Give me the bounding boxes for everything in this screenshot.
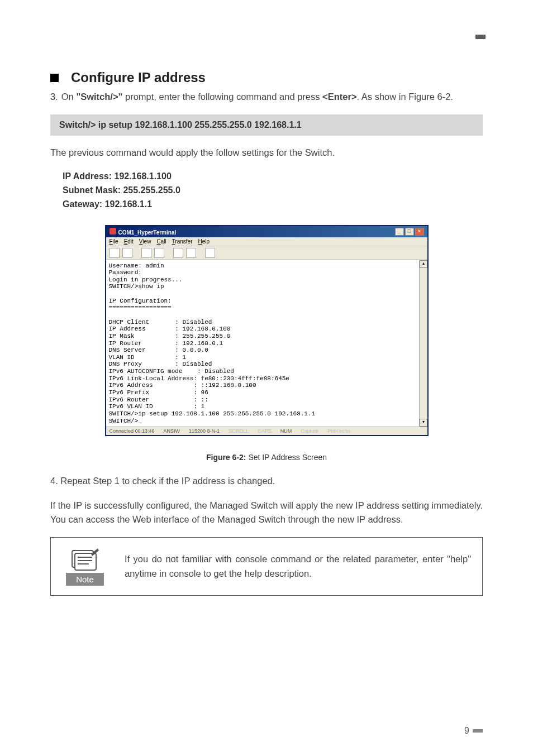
- step-number: 3.: [50, 90, 58, 104]
- toolbar: [106, 246, 427, 260]
- figure-caption-bold: Figure 6-2:: [206, 453, 246, 462]
- svg-rect-1: [75, 553, 96, 570]
- status-baud: 115200 8-N-1: [189, 428, 220, 434]
- toolbar-properties-icon[interactable]: [205, 248, 215, 258]
- toolbar-disconnect-icon[interactable]: [154, 248, 164, 258]
- menu-transfer[interactable]: Transfer: [172, 238, 193, 245]
- window-title: COM1_HyperTerminal: [118, 229, 177, 236]
- setting-gw: Gateway: 192.168.1.1: [63, 198, 483, 212]
- previous-command-text: The previous command would apply the fol…: [50, 146, 483, 160]
- window-titlebar: COM1_HyperTerminal _ □ ×: [106, 226, 427, 237]
- scroll-up-icon[interactable]: ▴: [420, 260, 427, 268]
- hyperterminal-window: COM1_HyperTerminal _ □ × File Edit View …: [105, 225, 429, 437]
- setting-mask: Subnet Mask: 255.255.255.0: [63, 184, 483, 198]
- status-bar: Connected 00:13:46 ANSIW 115200 8-N-1 SC…: [106, 427, 427, 435]
- toolbar-receive-icon[interactable]: [186, 248, 196, 258]
- heading-bullet-icon: [50, 74, 59, 82]
- note-box: Note If you do not familiar with console…: [50, 537, 483, 596]
- heading-text: Configure IP address: [71, 70, 206, 85]
- step3-mid: prompt, enter the following command and …: [122, 92, 322, 102]
- setting-ip: IP Address: 192.168.1.100: [63, 170, 483, 184]
- status-num: NUM: [280, 428, 292, 434]
- status-echo: Print echo: [327, 428, 350, 434]
- close-button[interactable]: ×: [415, 228, 424, 236]
- maximize-button[interactable]: □: [405, 228, 414, 236]
- toolbar-connect-icon[interactable]: [141, 248, 151, 258]
- scroll-down-icon[interactable]: ▾: [420, 419, 427, 427]
- menu-bar: File Edit View Call Transfer Help: [106, 237, 427, 246]
- note-label: Note: [66, 573, 104, 586]
- step-3: 3. On "Switch/>" prompt, enter the follo…: [50, 90, 483, 104]
- status-connected: Connected 00:13:46: [110, 428, 155, 434]
- menu-call[interactable]: Call: [156, 238, 166, 245]
- terminal-output[interactable]: Username: admin Password: Login in progr…: [106, 260, 419, 427]
- menu-view[interactable]: View: [139, 238, 151, 245]
- status-caps: CAPS: [258, 428, 272, 434]
- scrollbar[interactable]: ▴ ▾: [419, 260, 427, 427]
- page-number: 9: [464, 726, 483, 736]
- toolbar-open-icon[interactable]: [122, 248, 132, 258]
- note-text: If you do not familiar with console comm…: [119, 538, 482, 595]
- header-crop-mark: [463, 35, 486, 39]
- step3-post: . As show in Figure 6-2.: [357, 92, 453, 102]
- section-heading: Configure IP address: [50, 70, 483, 85]
- success-paragraph: If the IP is successfully configured, th…: [50, 499, 483, 527]
- app-icon: [110, 228, 116, 235]
- applied-settings: IP Address: 192.168.1.100 Subnet Mask: 2…: [63, 170, 483, 211]
- toolbar-send-icon[interactable]: [173, 248, 183, 258]
- figure-caption-rest: Set IP Address Screen: [246, 453, 327, 462]
- note-icon: [70, 547, 100, 571]
- toolbar-new-icon[interactable]: [110, 248, 120, 258]
- status-capture: Capture: [301, 428, 318, 434]
- step3-key: <Enter>: [322, 92, 356, 102]
- figure-caption: Figure 6-2: Set IP Address Screen: [50, 453, 483, 462]
- command-example: Switch/> ip setup 192.168.1.100 255.255.…: [50, 114, 483, 136]
- step3-pre: On: [61, 92, 77, 102]
- step3-prompt: "Switch/>": [76, 92, 122, 102]
- status-scroll: SCROLL: [229, 428, 249, 434]
- menu-edit[interactable]: Edit: [124, 238, 134, 245]
- menu-help[interactable]: Help: [198, 238, 210, 245]
- status-detect: ANSIW: [164, 428, 180, 434]
- menu-file[interactable]: File: [110, 238, 118, 245]
- step-4: 4. Repeat Step 1 to check if the IP addr…: [50, 474, 483, 489]
- minimize-button[interactable]: _: [395, 228, 404, 236]
